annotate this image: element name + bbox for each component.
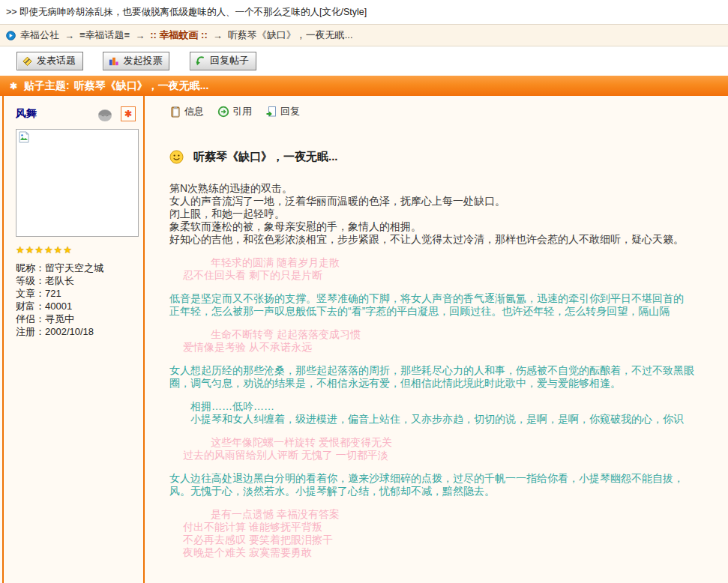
- stat-label: 文章：: [16, 288, 45, 299]
- topic-banner: ✱ 贴子主题: 听蔡琴《缺口》，一夜无眠...: [0, 76, 728, 96]
- breadcrumb-item-board[interactable]: :: 幸福蚊画 ::: [150, 28, 208, 42]
- new-topic-label: 发表话题: [37, 54, 76, 67]
- topic-banner-label: 贴子主题:: [24, 79, 70, 93]
- stat-value: 留守天空之城: [45, 262, 103, 274]
- stat-label: 财富：: [16, 300, 45, 312]
- stat-wealth: 财富：40001: [16, 300, 136, 312]
- stat-registered: 注册：2002/10/18: [16, 325, 136, 338]
- post-line: 过去的风雨留给别人评断 无愧了 一切都平淡: [183, 449, 728, 462]
- info-clipboard-icon: [169, 106, 181, 118]
- compose-icon: [22, 55, 33, 67]
- post-line: 相拥……低吟……: [190, 400, 728, 413]
- thread-content: 风舞 ✱ ★★★★★★: [0, 96, 728, 583]
- reply-icon: [265, 106, 277, 118]
- stat-value: 721: [45, 288, 61, 299]
- post-line: 闭上眼，和她一起轻哼。: [169, 208, 728, 220]
- breadcrumb-separator: →: [135, 30, 145, 41]
- reply-label: 回复: [280, 105, 300, 118]
- stat-level: 等级：老队长: [16, 274, 136, 287]
- post-line: 低音是坚定而又不张扬的支撑。竖琴准确的下脚，将女人声音的香气逐渐氤氲，迅速的牵引…: [169, 292, 728, 305]
- stat-label: 伴侣：: [16, 313, 45, 324]
- start-poll-button[interactable]: 发起投票: [103, 52, 169, 70]
- post-block: 这些年像陀螺一样旋转 爱恨都变得无关过去的风雨留给别人评断 无愧了 一切都平淡: [169, 436, 728, 462]
- post-block: 相拥……低吟……小提琴和女人纠缠着，级进模进，偏音上站住，又亦步亦趋，切切的说，…: [169, 400, 728, 426]
- post-line: 不必再去感叹 要笑着把眼泪擦干: [183, 534, 728, 546]
- author-sidebar: 风舞 ✱ ★★★★★★: [2, 96, 145, 583]
- blue-arrow-circle-icon: [6, 31, 16, 40]
- post-block: 女人边往高处退边黑白分明的看着你，邀来沙球细碎的点拨，过尽的千帆一一指给你看，小…: [169, 472, 728, 498]
- post-block: 生命不断转弯 起起落落变成习惯爱情像是考验 从不承诺永远: [169, 328, 728, 354]
- start-poll-label: 发起投票: [123, 54, 162, 67]
- post-line: 付出不能计算 谁能够抚平背叛: [183, 521, 728, 534]
- post-line: 象柔软而蓬松的被，象母亲安慰的手，象情人的相拥。: [169, 220, 728, 233]
- author-rank-stars: ★★★★★★: [16, 244, 136, 256]
- topic-banner-title: 听蔡琴《缺口》，一夜无眠...: [74, 79, 209, 93]
- post-line: 好知心的吉他，和弦色彩浓淡相宜，步步紧跟，不让人觉得太过冷清，那样也许会惹的人不…: [169, 233, 728, 246]
- banner-asterisk-icon: ✱: [10, 81, 17, 91]
- post-line: 年轻求的圆满 随着岁月走散: [211, 256, 728, 269]
- quote-icon: [217, 106, 229, 118]
- site-motto: >> 即使无病呻吟胡涂乱抹，也要做脱离低级趣味的人、一个不那么乏味的人[文化/S…: [0, 0, 728, 24]
- stat-value: 2002/10/18: [45, 326, 94, 337]
- post-block: 是有一点遗憾 幸福没有答案付出不能计算 谁能够抚平背叛不必再去感叹 要笑着把眼泪…: [169, 508, 728, 559]
- breadcrumb-separator: →: [64, 30, 74, 41]
- post-line: 女人想起历经的那些沧桑，那些起起落落的周折，那些耗尽心力的人和事，伤感被不自觉的…: [169, 364, 728, 377]
- smiley-icon: [169, 150, 184, 164]
- post-line: 这些年像陀螺一样旋转 爱恨都变得无关: [211, 436, 728, 449]
- breadcrumb-item-category[interactable]: ≡幸福话题≡: [79, 28, 130, 42]
- stat-label: 昵称：: [16, 262, 45, 274]
- post-block: 女人想起历经的那些沧桑，那些起起落落的周折，那些耗尽心力的人和事，伤感被不自觉的…: [169, 364, 728, 390]
- post-title: 听蔡琴《缺口》，一夜无眠...: [193, 150, 338, 164]
- reply-thread-label: 回复帖子: [210, 54, 249, 67]
- post-title-row: 听蔡琴《缺口》，一夜无眠...: [169, 150, 728, 164]
- quote-button[interactable]: 引用: [217, 105, 252, 118]
- breadcrumb-item-thread: 听蔡琴《缺口》，一夜无眠...: [228, 28, 353, 42]
- broken-image-icon: [18, 131, 136, 143]
- info-button[interactable]: 信息: [169, 105, 204, 118]
- stat-value: 40001: [45, 300, 72, 312]
- post-line: 夜晚是个难关 寂寞需要勇敢: [183, 546, 728, 559]
- stat-value: 寻觅中: [45, 313, 74, 324]
- breadcrumb-item-community[interactable]: 幸福公社: [20, 28, 59, 42]
- post-body: 第N次熟练的迅捷的双击。女人的声音流泻了一地，泛着华丽而温暖的色泽，抚摩心上每一…: [169, 182, 728, 559]
- post-line: 正年轻，怎么被那一声叹息般低下去的“看”字惹的平白凝思，回顾过往。也许还年轻，怎…: [169, 305, 728, 318]
- quote-label: 引用: [232, 105, 252, 118]
- stat-posts: 文章：721: [16, 287, 136, 300]
- post-area: 信息 引用 回复: [145, 96, 728, 583]
- reply-arrow-icon: [195, 55, 206, 67]
- breadcrumb-separator: →: [213, 30, 223, 41]
- post-line: 圈，调气匀息，劝说的结果是，不相信永远有爱，但相信此情此境此时此歌中，爱与爱能够…: [169, 377, 728, 390]
- new-topic-button[interactable]: 发表话题: [16, 52, 83, 70]
- stat-partner: 伴侣：寻觅中: [16, 312, 136, 325]
- stat-label: 等级：: [16, 275, 45, 286]
- reply-thread-button[interactable]: 回复帖子: [190, 52, 256, 70]
- post-line: 第N次熟练的迅捷的双击。: [169, 182, 728, 195]
- post-line: 生命不断转弯 起起落落变成习惯: [211, 328, 728, 341]
- breadcrumb: 幸福公社 → ≡幸福话题≡ → :: 幸福蚊画 :: → 听蔡琴《缺口》，一夜无…: [0, 24, 728, 46]
- reply-button[interactable]: 回复: [265, 105, 300, 118]
- face-icon: [95, 105, 115, 123]
- post-line: 女人的声音流泻了一地，泛着华丽而温暖的色泽，抚摩心上每一处缺口。: [169, 195, 728, 208]
- author-header: 风舞 ✱: [16, 105, 136, 123]
- post-line: 爱情像是考验 从不承诺永远: [183, 341, 728, 354]
- post-line: 是有一点遗憾 幸福没有答案: [211, 508, 728, 521]
- info-label: 信息: [184, 105, 204, 118]
- post-block: 年轻求的圆满 随着岁月走散忍不住回头看 剩下的只是片断: [169, 256, 728, 282]
- post-block: 第N次熟练的迅捷的双击。女人的声音流泻了一地，泛着华丽而温暖的色泽，抚摩心上每一…: [169, 182, 728, 246]
- poll-icon: [108, 55, 119, 67]
- stat-nickname: 昵称：留守天空之城: [16, 262, 136, 274]
- stat-label: 注册：: [16, 326, 45, 337]
- thread-toolbar: 发表话题 发起投票 回复帖子: [0, 46, 728, 76]
- post-line: 小提琴和女人纠缠着，级进模进，偏音上站住，又亦步亦趋，切切的说，是啊，是啊，你窥…: [190, 413, 728, 426]
- author-avatar: [16, 129, 139, 237]
- post-line: 忍不住回头看 剩下的只是片断: [183, 269, 728, 282]
- post-block: 低音是坚定而又不张扬的支撑。竖琴准确的下脚，将女人声音的香气逐渐氤氲，迅速的牵引…: [169, 292, 728, 318]
- author-username[interactable]: 风舞: [16, 107, 37, 121]
- post-actions: 信息 引用 回复: [169, 105, 728, 118]
- author-stats: 昵称：留守天空之城 等级：老队长 文章：721 财富：40001 伴侣：寻觅中 …: [16, 262, 136, 338]
- asterisk-icon[interactable]: ✱: [121, 106, 136, 121]
- post-line: 风。无愧于心，淡然若水。小提琴解了心结，忧郁却不减，黯然隐去。: [169, 485, 728, 498]
- post-line: 女人边往高处退边黑白分明的看着你，邀来沙球细碎的点拨，过尽的千帆一一指给你看，小…: [169, 472, 728, 485]
- stat-value: 老队长: [45, 275, 74, 286]
